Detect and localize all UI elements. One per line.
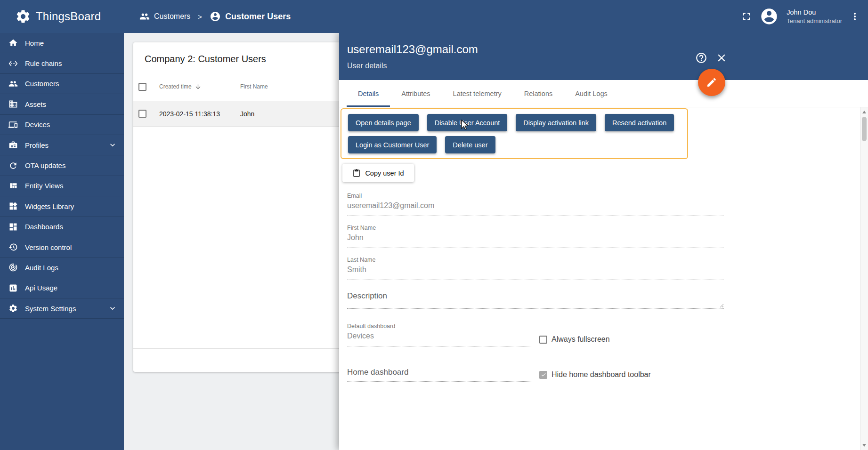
close-button[interactable] xyxy=(712,48,731,67)
breadcrumb-customer-users-label: Customer Users xyxy=(225,12,291,22)
sidebar-item-widgets-library[interactable]: Widgets Library xyxy=(0,196,124,217)
select-all-checkbox[interactable] xyxy=(138,83,146,91)
cell-first-name: John xyxy=(240,110,254,118)
sidebar-item-customers[interactable]: Customers xyxy=(0,74,124,94)
first-name-field[interactable]: First Name John xyxy=(347,225,724,248)
details-content: Open details page Disable User Account D… xyxy=(339,107,735,450)
sidebar-item-label: Devices xyxy=(25,121,50,129)
widgets-library-icon xyxy=(8,201,18,211)
sidebar-item-audit-logs[interactable]: Audit Logs xyxy=(0,257,124,278)
display-activation-link-button[interactable]: Display activation link xyxy=(516,114,596,131)
always-fullscreen-checkbox[interactable]: Always fullscreen xyxy=(539,335,610,344)
edit-fab-button[interactable] xyxy=(698,69,725,96)
default-dashboard-label: Default dashboard xyxy=(347,323,532,329)
sidebar-item-ota-updates[interactable]: OTA updates xyxy=(0,155,124,176)
sidebar-item-label: OTA updates xyxy=(25,161,65,169)
row-checkbox[interactable] xyxy=(138,110,146,118)
ota-updates-icon xyxy=(8,161,18,170)
email-label: Email xyxy=(347,193,724,199)
fullscreen-icon[interactable] xyxy=(740,10,753,23)
sidebar-item-dashboards[interactable]: Dashboards xyxy=(0,217,124,237)
system-settings-icon xyxy=(8,304,18,313)
rule-chains-icon xyxy=(8,59,18,68)
first-name-value: John xyxy=(347,233,724,248)
assets-icon xyxy=(8,99,18,109)
breadcrumb-customers[interactable]: Customers xyxy=(139,11,190,22)
user-avatar-icon[interactable] xyxy=(760,7,779,26)
breadcrumb: Customers > Customer Users xyxy=(139,11,291,22)
hide-home-dashboard-toolbar-label: Hide home dashboard toolbar xyxy=(552,370,651,379)
disable-user-account-button[interactable]: Disable User Account xyxy=(427,114,508,131)
cell-created-time: 2023-02-15 11:38:13 xyxy=(159,110,220,118)
sidebar-item-rule-chains[interactable]: Rule chains xyxy=(0,53,124,73)
sidebar: Home Rule chains Customers Assets Device… xyxy=(0,33,124,450)
top-header: ThingsBoard Customers > Customer Users J… xyxy=(0,0,868,33)
close-icon xyxy=(715,52,728,64)
tab-attributes[interactable]: Attributes xyxy=(390,80,441,107)
tab-relations[interactable]: Relations xyxy=(513,80,564,107)
checkbox-checked-icon xyxy=(539,371,547,379)
details-header: useremail123@gmail.com User details xyxy=(339,33,868,80)
last-name-label: Last Name xyxy=(347,257,724,263)
tab-latest-telemetry[interactable]: Latest telemetry xyxy=(442,80,513,107)
default-dashboard-field[interactable]: Default dashboard Devices xyxy=(347,323,532,346)
sidebar-item-label: System Settings xyxy=(25,305,76,313)
sidebar-item-label: Audit Logs xyxy=(25,264,58,272)
home-dashboard-row: Home dashboard Hide home dashboard toolb… xyxy=(347,368,724,382)
sidebar-item-label: Widgets Library xyxy=(25,202,74,210)
details-tabs: Details Attributes Latest telemetry Rela… xyxy=(339,80,868,107)
delete-user-button[interactable]: Delete user xyxy=(445,136,495,153)
scrollbar-thumb[interactable] xyxy=(862,117,867,141)
sidebar-item-api-usage[interactable]: Api Usage xyxy=(0,278,124,298)
tab-audit-logs[interactable]: Audit Logs xyxy=(564,80,619,107)
sidebar-item-label: Profiles xyxy=(25,141,49,149)
email-field[interactable]: Email useremail123@gmail.com xyxy=(347,193,724,216)
app-logo[interactable]: ThingsBoard xyxy=(0,8,124,24)
copy-user-id-button[interactable]: Copy user Id xyxy=(342,164,414,182)
more-vert-icon[interactable] xyxy=(849,11,860,22)
devices-icon xyxy=(8,120,18,129)
sidebar-item-profiles[interactable]: Profiles xyxy=(0,135,124,155)
sidebar-item-label: Api Usage xyxy=(25,284,57,292)
scroll-down-arrow-icon[interactable] xyxy=(862,444,866,447)
thingsboard-logo-icon xyxy=(15,8,31,24)
breadcrumb-separator: > xyxy=(198,13,202,21)
open-details-page-button[interactable]: Open details page xyxy=(348,114,419,131)
sort-desc-icon[interactable] xyxy=(195,83,202,90)
sidebar-item-label: Entity Views xyxy=(25,182,63,190)
hide-home-dashboard-toolbar-checkbox[interactable]: Hide home dashboard toolbar xyxy=(539,370,651,379)
app-title: ThingsBoard xyxy=(36,10,101,23)
sidebar-item-home[interactable]: Home xyxy=(0,33,124,53)
edit-pencil-icon xyxy=(706,77,717,88)
home-dashboard-field[interactable]: Home dashboard xyxy=(347,368,532,382)
help-button[interactable] xyxy=(692,48,711,67)
sidebar-item-label: Assets xyxy=(25,100,46,108)
default-dashboard-row: Default dashboard Devices Always fullscr… xyxy=(347,323,724,346)
breadcrumb-customer-users[interactable]: Customer Users xyxy=(210,11,291,22)
email-value: useremail123@gmail.com xyxy=(347,201,724,216)
column-first-name[interactable]: First Name xyxy=(240,83,268,90)
user-info: John Dou Tenant administrator xyxy=(787,8,842,25)
sidebar-item-assets[interactable]: Assets xyxy=(0,94,124,114)
textarea-resize-handle[interactable] xyxy=(720,304,724,308)
column-created-time[interactable]: Created time xyxy=(159,83,192,90)
login-as-customer-user-button[interactable]: Login as Customer User xyxy=(348,136,437,153)
scroll-up-arrow-icon[interactable] xyxy=(862,111,866,113)
details-scrollbar[interactable] xyxy=(860,107,868,450)
sidebar-item-devices[interactable]: Devices xyxy=(0,115,124,135)
sidebar-item-label: Customers xyxy=(25,80,59,88)
api-usage-icon xyxy=(8,283,18,293)
description-label: Description xyxy=(347,291,724,301)
user-details-panel: useremail123@gmail.com User details Deta… xyxy=(339,33,868,450)
description-field[interactable]: Description xyxy=(347,291,724,309)
details-form: Email useremail123@gmail.com First Name … xyxy=(347,193,724,382)
first-name-label: First Name xyxy=(347,225,724,231)
resend-activation-button[interactable]: Resend activation xyxy=(605,114,674,131)
sidebar-item-system-settings[interactable]: System Settings xyxy=(0,298,124,319)
sidebar-item-version-control[interactable]: Version control xyxy=(0,237,124,257)
version-control-icon xyxy=(8,242,18,252)
tab-details[interactable]: Details xyxy=(347,80,390,107)
home-icon xyxy=(8,38,18,48)
last-name-field[interactable]: Last Name Smith xyxy=(347,257,724,280)
sidebar-item-entity-views[interactable]: Entity Views xyxy=(0,176,124,196)
